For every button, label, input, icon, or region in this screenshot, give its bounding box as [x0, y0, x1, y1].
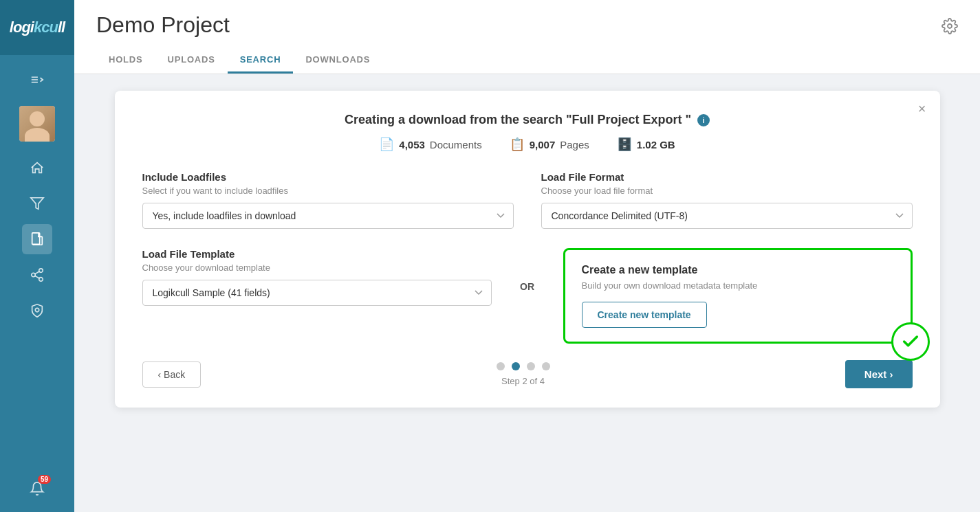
form-row-1: Include Loadfiles Select if you want to … — [142, 171, 913, 229]
step-dot-4 — [542, 362, 550, 370]
header-left: Demo Project HOLDS UPLOADS SEARCH DOWNLO… — [96, 12, 941, 74]
include-loadfiles-group: Include Loadfiles Select if you want to … — [142, 171, 514, 229]
include-loadfiles-label: Include Loadfiles — [142, 171, 514, 183]
create-template-section: Create a new template Build your own dow… — [563, 248, 913, 344]
logo: logikcull — [0, 0, 74, 55]
sidebar: logikcull 59 — [0, 0, 74, 512]
load-file-template-select[interactable]: Logikcull Sample (41 fields) Custom Temp… — [142, 280, 492, 306]
tab-uploads[interactable]: UPLOADS — [155, 47, 228, 74]
load-file-format-label: Load File Format — [541, 171, 913, 183]
create-template-title: Create a new template — [582, 264, 894, 276]
content-area: × Creating a download from the search "F… — [74, 74, 980, 512]
modal-title: Creating a download from the search "Ful… — [142, 113, 913, 127]
load-file-template-label: Load File Template — [142, 248, 492, 260]
step-dot-3 — [527, 362, 535, 370]
tab-holds[interactable]: HOLDS — [96, 47, 155, 74]
sidebar-bottom: 59 — [22, 474, 52, 512]
step-indicator: Step 2 of 4 — [497, 362, 550, 386]
svg-point-10 — [35, 308, 39, 312]
expand-sidebar-button[interactable] — [22, 65, 52, 95]
modal-footer: ‹ Back Step 2 of 4 Next › — [142, 360, 913, 388]
include-loadfiles-sublabel: Select if you want to include loadfiles — [142, 186, 514, 196]
svg-point-11 — [948, 24, 952, 28]
sidebar-item-home[interactable] — [22, 153, 52, 183]
load-file-format-select[interactable]: Concordance Delimited (UTF-8) Relativity… — [541, 203, 913, 229]
load-file-format-group: Load File Format Choose your load file f… — [541, 171, 913, 229]
stats-row: 📄 4,053 Documents 📋 9,007 Pages 🗄️ 1.02 … — [142, 137, 913, 152]
avatar[interactable] — [19, 106, 55, 142]
modal-card: × Creating a download from the search "F… — [115, 91, 940, 408]
create-template-card: Create a new template Build your own dow… — [563, 248, 913, 344]
stat-documents: 📄 4,053 Documents — [379, 137, 481, 152]
tab-downloads[interactable]: DOWNLOADS — [293, 47, 382, 74]
document-icon: 📄 — [379, 137, 394, 152]
step-dot-2 — [512, 362, 520, 370]
database-icon: 🗄️ — [617, 137, 632, 152]
main-content: Demo Project HOLDS UPLOADS SEARCH DOWNLO… — [74, 0, 980, 512]
step-dot-1 — [497, 362, 505, 370]
svg-point-6 — [32, 273, 36, 277]
sidebar-item-shield[interactable] — [22, 296, 52, 326]
sidebar-nav — [0, 55, 74, 335]
tab-search[interactable]: SEARCH — [228, 47, 294, 74]
project-title: Demo Project — [96, 12, 941, 38]
svg-line-8 — [35, 276, 39, 278]
check-annotation — [891, 322, 930, 361]
svg-point-7 — [39, 278, 43, 282]
close-button[interactable]: × — [918, 102, 926, 115]
or-divider: OR — [514, 248, 541, 292]
header: Demo Project HOLDS UPLOADS SEARCH DOWNLO… — [74, 0, 980, 74]
step-text: Step 2 of 4 — [501, 376, 545, 386]
svg-point-5 — [39, 269, 43, 273]
notifications-button[interactable]: 59 — [22, 474, 52, 504]
svg-line-9 — [35, 271, 39, 274]
sidebar-item-filter[interactable] — [22, 188, 52, 219]
stat-size: 🗄️ 1.02 GB — [617, 137, 675, 152]
pages-icon: 📋 — [510, 137, 525, 152]
nav-tabs: HOLDS UPLOADS SEARCH DOWNLOADS — [96, 47, 941, 74]
info-icon[interactable]: i — [697, 114, 710, 126]
include-loadfiles-select[interactable]: Yes, include loadfiles in download No, d… — [142, 203, 514, 229]
step-dots — [497, 362, 550, 370]
load-file-format-sublabel: Choose your load file format — [541, 186, 913, 196]
header-right — [941, 12, 958, 38]
sidebar-item-share[interactable] — [22, 260, 52, 290]
settings-icon[interactable] — [941, 18, 958, 38]
create-new-template-button[interactable]: Create new template — [582, 302, 707, 328]
load-file-template-sublabel: Choose your download template — [142, 263, 492, 273]
sidebar-item-documents[interactable] — [22, 224, 52, 254]
notification-count: 59 — [38, 475, 51, 484]
next-button[interactable]: Next › — [845, 360, 913, 388]
load-file-template-group: Load File Template Choose your download … — [142, 248, 492, 306]
svg-marker-3 — [31, 198, 43, 210]
stat-pages: 📋 9,007 Pages — [510, 137, 589, 152]
template-row: Load File Template Choose your download … — [142, 248, 913, 344]
back-button[interactable]: ‹ Back — [142, 361, 202, 388]
create-template-desc: Build your own download metadata templat… — [582, 280, 894, 291]
